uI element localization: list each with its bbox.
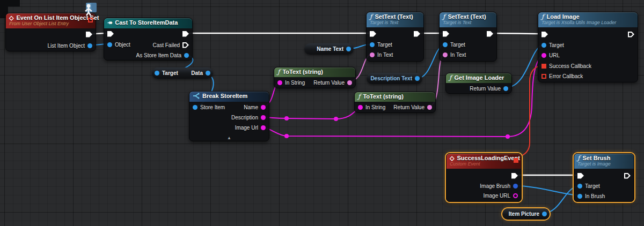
pin-row	[414, 30, 420, 37]
image-url-pin[interactable]	[261, 125, 266, 130]
target-pin[interactable]	[577, 184, 582, 189]
store-item-pin[interactable]	[193, 105, 197, 110]
exec-out-pin[interactable]	[628, 32, 634, 37]
pin-row: Cast Failed	[152, 41, 189, 49]
pin-row: In Text	[370, 51, 393, 58]
node-header: ƒ Load Image Target is Xsolla Utils Imag…	[538, 12, 638, 27]
pin-row: In String	[358, 103, 385, 111]
node-title: Break StoreItem	[202, 93, 247, 99]
exec-in-pin[interactable]	[577, 173, 584, 179]
node-subtitle: Target is Xsolla Utils Image Loader	[541, 20, 634, 25]
node-subtitle: Target is Text	[443, 20, 493, 25]
pin-row	[370, 30, 376, 37]
pin-label: Success Callback	[549, 63, 591, 69]
reroute-node[interactable]	[284, 134, 289, 138]
pin-label: Return Value	[470, 86, 501, 92]
image-brush-pin[interactable]	[513, 184, 518, 189]
pin-label: Cast Failed	[152, 42, 180, 48]
node-settext-1[interactable]: ƒ SetText (Text) Target is Text Target I…	[366, 12, 424, 62]
exec-in-pin[interactable]	[370, 31, 376, 37]
url-pin[interactable]	[541, 53, 546, 58]
node-settext-2[interactable]: ƒ SetText (Text) Target is Text Target I…	[439, 12, 497, 62]
node-break-storeitem[interactable]: Break StoreItem Store Item Name Descript…	[189, 91, 269, 141]
function-icon: ƒ	[449, 75, 451, 81]
target-pin[interactable]	[443, 42, 448, 47]
node-header: ◇ SuccessLoadingEvent Custom Event	[447, 154, 521, 169]
node-get-item-picture[interactable]: Item Picture	[502, 208, 550, 220]
widget-event-badge-icon	[82, 2, 98, 17]
list-item-object-pin[interactable]	[87, 43, 92, 48]
pin-label: Return Value	[393, 104, 425, 110]
exec-in-pin[interactable]	[107, 31, 114, 37]
pin-row	[487, 30, 493, 37]
exec-in-pin[interactable]	[541, 32, 548, 37]
pin-label: In Text	[377, 52, 393, 58]
return-value-pin[interactable]	[347, 80, 352, 85]
in-brush-pin[interactable]	[577, 194, 582, 199]
exec-in-pin[interactable]	[443, 31, 449, 37]
node-subtitle: Custom Event	[450, 161, 517, 167]
target-pin[interactable]	[541, 43, 546, 48]
node-load-image[interactable]: ƒ Load Image Target is Xsolla Utils Imag…	[538, 12, 638, 82]
node-get-name-text[interactable]: Name Text	[304, 43, 354, 55]
variable-label: Name Text	[317, 46, 343, 52]
function-icon: ƒ	[277, 69, 280, 75]
description-text-out-pin[interactable]	[415, 76, 420, 81]
reroute-node[interactable]	[506, 134, 510, 139]
reroute-node[interactable]	[334, 117, 338, 121]
exec-out-pin[interactable]	[511, 173, 518, 179]
item-picture-out-pin[interactable]	[542, 212, 547, 216]
reroute-node[interactable]	[284, 116, 289, 120]
pin-row: Return Value	[393, 103, 432, 111]
node-success-loading-event[interactable]: ◇ SuccessLoadingEvent Custom Event Image…	[446, 153, 522, 202]
in-string-pin[interactable]	[277, 80, 282, 85]
exec-out-pin[interactable]	[86, 32, 92, 37]
node-get-image-loader[interactable]: ƒ Get Image Loader Return Value	[445, 73, 512, 94]
delegate-pin[interactable]	[88, 18, 93, 22]
in-text-pin[interactable]	[443, 52, 448, 57]
name-pin[interactable]	[261, 105, 266, 110]
node-title: SetText (Text)	[375, 13, 413, 20]
image-url-pin[interactable]	[513, 193, 518, 198]
node-title: Load Image	[546, 13, 579, 20]
error-callback-pin[interactable]	[541, 74, 546, 79]
pin-label: Object	[115, 42, 130, 48]
exec-out-pin[interactable]	[414, 31, 420, 37]
pin-row: Target	[577, 182, 600, 190]
blueprint-graph-canvas[interactable]: ◇ Event On List Item Object Set From Use…	[0, 0, 644, 226]
object-pin[interactable]	[107, 42, 112, 47]
node-totext-string-2[interactable]: ƒ ToText (string) In String Return Value	[354, 92, 436, 113]
collapse-arrow-icon[interactable]: ▲	[227, 136, 231, 140]
return-value-pin[interactable]	[503, 86, 508, 91]
return-value-pin[interactable]	[427, 105, 432, 110]
node-title: Get Image Loader	[454, 74, 504, 81]
pin-row: As Store Item Data	[136, 51, 189, 59]
description-pin[interactable]	[261, 115, 266, 120]
name-text-out-pin[interactable]	[346, 47, 351, 51]
node-title: ToText (string)	[363, 93, 403, 100]
pin-label: Return Value	[313, 80, 345, 86]
as-store-item-data-pin[interactable]	[184, 53, 189, 58]
target-in-pin[interactable]	[155, 71, 159, 76]
cast-failed-exec-pin[interactable]	[182, 42, 189, 48]
node-cast-to-storeitemdata[interactable]: ↠ Cast To StoreItemData Object Cast Fail…	[104, 18, 193, 61]
delegate-pin[interactable]	[514, 158, 518, 163]
target-pin[interactable]	[370, 42, 375, 47]
node-event-on-list-item-object-set[interactable]: ◇ Event On List Item Object Set From Use…	[5, 13, 96, 51]
node-target-data-getter[interactable]: Target Data	[152, 67, 213, 79]
in-text-pin[interactable]	[370, 52, 375, 57]
node-subtitle: Target is Text	[370, 20, 420, 25]
node-title: Cast To StoreItemData	[115, 19, 178, 26]
exec-out-pin[interactable]	[182, 31, 189, 37]
exec-out-pin[interactable]	[487, 31, 493, 37]
pin-row: In Brush	[577, 192, 605, 200]
in-string-pin[interactable]	[358, 105, 363, 110]
success-callback-pin[interactable]	[541, 64, 546, 69]
pin-label: Target	[450, 42, 465, 48]
exec-out-pin[interactable]	[624, 173, 631, 179]
node-totext-string-1[interactable]: ƒ ToText (string) In String Return Value	[274, 67, 356, 88]
data-out-pin[interactable]	[206, 71, 210, 76]
break-struct-icon	[193, 93, 200, 99]
node-set-brush[interactable]: ƒ Set Brush Target is Image Target In Br…	[574, 153, 634, 202]
node-get-description-text[interactable]: Description Text	[367, 73, 422, 84]
